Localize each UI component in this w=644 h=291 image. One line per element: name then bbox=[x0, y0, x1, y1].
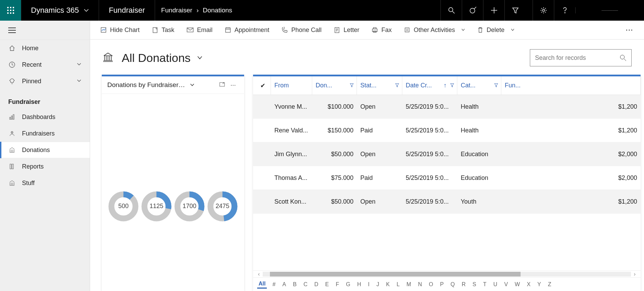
svg-point-15 bbox=[543, 9, 545, 11]
donut-gauge[interactable]: 1700 bbox=[173, 190, 206, 223]
task-flow-button[interactable] bbox=[462, 0, 483, 21]
alpha-o[interactable]: O bbox=[427, 281, 434, 288]
quick-create-button[interactable] bbox=[483, 0, 504, 21]
filter-icon[interactable] bbox=[494, 82, 498, 89]
nav-item-donations[interactable]: Donations bbox=[0, 142, 90, 158]
cmd-fax[interactable]: Fax bbox=[368, 24, 396, 36]
app-title-label: Fundraiser bbox=[109, 6, 145, 15]
alpha-z[interactable]: Z bbox=[547, 281, 553, 288]
donut-gauge[interactable]: 500 bbox=[107, 190, 140, 223]
alpha-e[interactable]: E bbox=[324, 281, 330, 288]
scroll-thumb[interactable] bbox=[270, 272, 520, 277]
grid-search[interactable] bbox=[530, 49, 632, 66]
nav-collapse-button[interactable] bbox=[0, 21, 90, 40]
scroll-right-arrow[interactable]: › bbox=[631, 271, 638, 277]
select-all-checkbox[interactable]: ✔ bbox=[255, 76, 271, 95]
cmd-letter[interactable]: Letter bbox=[330, 24, 363, 36]
donut-gauge[interactable]: 2475 bbox=[206, 190, 239, 223]
cell-donation: $50.000 bbox=[312, 198, 357, 205]
cmd-other-activities[interactable]: Other Activities bbox=[400, 24, 469, 36]
nav-item-dashboards[interactable]: Dashboards bbox=[0, 109, 90, 125]
col-donation[interactable]: Don... bbox=[312, 76, 357, 95]
col-category[interactable]: Cat... bbox=[457, 76, 501, 95]
breadcrumb-area[interactable]: Fundraiser bbox=[161, 7, 193, 14]
alpha-w[interactable]: W bbox=[513, 281, 521, 288]
alpha-p[interactable]: P bbox=[439, 281, 445, 288]
alpha-t[interactable]: T bbox=[482, 281, 488, 288]
nav-home[interactable]: Home bbox=[0, 40, 90, 56]
cmd-appointment[interactable]: Appointment bbox=[221, 24, 273, 36]
scroll-left-arrow[interactable]: ‹ bbox=[255, 271, 263, 277]
alpha-m[interactable]: M bbox=[405, 281, 412, 288]
alpha-l[interactable]: L bbox=[395, 281, 401, 288]
alpha-x[interactable]: X bbox=[525, 281, 532, 288]
email-icon bbox=[187, 27, 194, 33]
scroll-track[interactable] bbox=[263, 272, 631, 277]
col-date[interactable]: Date Cr...↑ bbox=[402, 76, 457, 95]
nav-item-fundraisers[interactable]: $Fundraisers bbox=[0, 125, 90, 142]
alpha-#[interactable]: # bbox=[271, 281, 277, 288]
cmd-delete[interactable]: Delete bbox=[473, 24, 519, 36]
table-row[interactable]: Jim Glynn...$50.000Open5/25/2019 5:0...E… bbox=[253, 142, 641, 166]
alpha-i[interactable]: I bbox=[367, 281, 371, 288]
app-title[interactable]: Fundraiser bbox=[99, 0, 155, 21]
cmd-email[interactable]: Email bbox=[183, 24, 217, 36]
chart-more-button[interactable]: ⋯ bbox=[228, 82, 239, 88]
alpha-b[interactable]: B bbox=[292, 281, 298, 288]
alpha-all[interactable]: All bbox=[257, 280, 267, 289]
cmd-task[interactable]: Task bbox=[148, 24, 178, 36]
cmd-hide-chart[interactable]: Hide Chart bbox=[96, 24, 144, 36]
table-row[interactable]: Rene Vald...$150.000Paid5/25/2019 5:0...… bbox=[253, 119, 641, 142]
alpha-g[interactable]: G bbox=[345, 281, 351, 288]
col-status[interactable]: Stat... bbox=[357, 76, 402, 95]
table-row[interactable]: Yvonne M...$100.000Open5/25/2019 5:0...H… bbox=[253, 95, 641, 119]
nav-recent[interactable]: Recent bbox=[0, 56, 90, 73]
grid-header-row: ✔ From Don... Stat... Date Cr...↑ Cat...… bbox=[253, 76, 641, 95]
app-launcher-button[interactable] bbox=[0, 0, 21, 21]
cell-status: Open bbox=[357, 198, 402, 205]
suite-picker[interactable]: Dynamics 365 bbox=[21, 0, 99, 21]
alpha-r[interactable]: R bbox=[460, 281, 467, 288]
nav-item-stuff[interactable]: Stuff bbox=[0, 175, 90, 191]
alpha-q[interactable]: Q bbox=[449, 281, 456, 288]
donut-gauge[interactable]: 1125 bbox=[140, 190, 173, 223]
nav-item-reports[interactable]: Reports bbox=[0, 158, 90, 175]
filter-icon[interactable] bbox=[450, 82, 454, 89]
col-fundraiser[interactable]: Fun... bbox=[501, 76, 641, 95]
cmd-phone[interactable]: Phone Call bbox=[277, 24, 326, 36]
alpha-d[interactable]: D bbox=[313, 281, 320, 288]
settings-button[interactable] bbox=[533, 0, 554, 21]
alpha-u[interactable]: U bbox=[492, 281, 499, 288]
alpha-s[interactable]: S bbox=[471, 281, 478, 288]
alpha-h[interactable]: H bbox=[356, 281, 363, 288]
grid-search-input[interactable] bbox=[535, 54, 620, 62]
table-row[interactable]: Thomas A...$75.000Paid5/25/2019 5:0...Ed… bbox=[253, 166, 641, 190]
alpha-a[interactable]: A bbox=[281, 281, 287, 288]
chart-expand-button[interactable] bbox=[217, 82, 228, 88]
search-button[interactable] bbox=[440, 0, 462, 21]
filter-icon[interactable] bbox=[395, 82, 399, 89]
alpha-j[interactable]: J bbox=[375, 281, 381, 288]
col-from[interactable]: From bbox=[271, 76, 312, 95]
site-nav: Home Recent Pinned Fundraiser Dashboards… bbox=[0, 21, 90, 291]
nav-pinned[interactable]: Pinned bbox=[0, 73, 90, 89]
table-row[interactable]: Scott Kon...$50.000Open5/25/2019 5:0...Y… bbox=[253, 190, 641, 214]
alpha-k[interactable]: K bbox=[385, 281, 391, 288]
breadcrumb-entity[interactable]: Donations bbox=[203, 7, 232, 14]
chevron-down-icon[interactable] bbox=[190, 83, 195, 87]
svg-rect-0 bbox=[7, 7, 9, 8]
filter-icon[interactable] bbox=[350, 82, 354, 89]
cmd-overflow-button[interactable]: ⋯ bbox=[621, 25, 638, 34]
alpha-n[interactable]: N bbox=[417, 281, 424, 288]
grid-horizontal-scrollbar[interactable]: ‹ › bbox=[253, 270, 641, 277]
help-button[interactable] bbox=[554, 0, 575, 21]
alpha-f[interactable]: F bbox=[335, 281, 341, 288]
alpha-c[interactable]: C bbox=[302, 281, 309, 288]
user-menu[interactable]: ——— bbox=[575, 7, 644, 13]
view-picker[interactable]: All Donations bbox=[122, 51, 203, 65]
alpha-v[interactable]: V bbox=[503, 281, 509, 288]
alpha-y[interactable]: Y bbox=[536, 281, 543, 288]
advanced-filter-button[interactable] bbox=[504, 0, 526, 21]
question-icon bbox=[561, 7, 568, 14]
chevron-down-icon bbox=[77, 61, 81, 68]
